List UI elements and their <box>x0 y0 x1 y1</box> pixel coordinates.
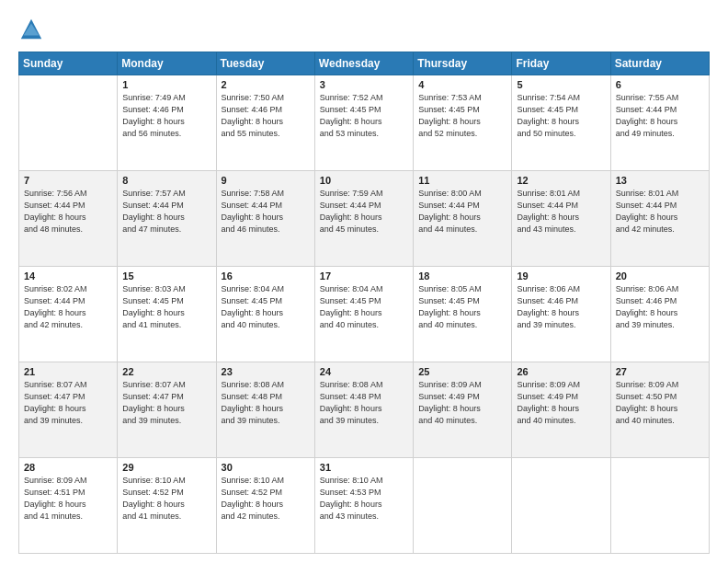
cell-line: Sunrise: 8:09 AM <box>24 475 112 487</box>
cell-line: Sunset: 4:45 PM <box>320 104 408 116</box>
cell-line: Sunrise: 7:53 AM <box>418 92 506 104</box>
cell-line: Sunset: 4:46 PM <box>616 295 704 307</box>
cell-line: Daylight: 8 hours <box>418 403 506 415</box>
cell-line: Sunrise: 7:56 AM <box>24 188 112 200</box>
cell-line: Sunrise: 8:05 AM <box>418 283 506 295</box>
cell-line: Daylight: 8 hours <box>122 499 210 511</box>
cell-line: Sunrise: 8:04 AM <box>222 283 310 295</box>
cell-line: and 42 minutes. <box>24 319 112 331</box>
day-cell: 16Sunrise: 8:04 AMSunset: 4:45 PMDayligh… <box>216 267 314 362</box>
cell-line: and 40 minutes. <box>222 319 310 331</box>
cell-line: Sunset: 4:52 PM <box>222 487 310 499</box>
day-cell: 6Sunrise: 7:55 AMSunset: 4:44 PMDaylight… <box>610 75 709 171</box>
cell-line: and 39 minutes. <box>122 415 210 427</box>
day-number: 14 <box>24 270 112 282</box>
cell-line: Sunrise: 8:07 AM <box>24 379 112 391</box>
cell-line: and 52 minutes. <box>418 128 506 140</box>
cell-line: Sunrise: 8:01 AM <box>517 188 605 200</box>
cell-line: and 42 minutes. <box>222 511 310 523</box>
day-number: 27 <box>616 366 704 377</box>
cell-line: Sunrise: 7:52 AM <box>320 92 408 104</box>
cell-line: Daylight: 8 hours <box>418 116 506 128</box>
cell-line: Sunset: 4:44 PM <box>122 200 210 212</box>
cell-line: Daylight: 8 hours <box>24 499 112 511</box>
cell-line: and 42 minutes. <box>616 224 704 236</box>
day-number: 21 <box>24 366 112 377</box>
cell-line: and 41 minutes. <box>122 511 210 523</box>
cell-line: Sunset: 4:44 PM <box>24 200 112 212</box>
day-cell: 30Sunrise: 8:10 AMSunset: 4:52 PMDayligh… <box>216 458 314 554</box>
day-cell: 9Sunrise: 7:58 AMSunset: 4:44 PMDaylight… <box>216 171 314 267</box>
weekday-header-thursday: Thursday <box>414 52 512 75</box>
day-cell <box>512 458 610 554</box>
cell-line: and 40 minutes. <box>616 415 704 427</box>
cell-line: Daylight: 8 hours <box>122 212 210 224</box>
day-cell: 11Sunrise: 8:00 AMSunset: 4:44 PMDayligh… <box>414 171 512 267</box>
cell-line: and 43 minutes. <box>320 511 408 523</box>
day-number: 1 <box>122 79 210 90</box>
cell-line: and 40 minutes. <box>418 415 506 427</box>
cell-line: Daylight: 8 hours <box>122 307 210 319</box>
cell-line: Daylight: 8 hours <box>222 116 310 128</box>
day-cell <box>414 458 512 554</box>
week-row-2: 14Sunrise: 8:02 AMSunset: 4:44 PMDayligh… <box>19 267 710 362</box>
day-cell: 3Sunrise: 7:52 AMSunset: 4:45 PMDaylight… <box>314 75 413 171</box>
cell-line: Daylight: 8 hours <box>616 116 704 128</box>
day-cell: 17Sunrise: 8:04 AMSunset: 4:45 PMDayligh… <box>314 267 413 362</box>
day-cell: 15Sunrise: 8:03 AMSunset: 4:45 PMDayligh… <box>118 267 216 362</box>
day-number: 31 <box>320 462 408 473</box>
cell-line: Sunset: 4:44 PM <box>320 200 408 212</box>
cell-line: Sunset: 4:49 PM <box>517 391 605 403</box>
day-number: 25 <box>418 366 506 377</box>
cell-line: Sunset: 4:51 PM <box>24 487 112 499</box>
day-cell: 7Sunrise: 7:56 AMSunset: 4:44 PMDaylight… <box>19 171 118 267</box>
day-number: 24 <box>320 366 408 377</box>
calendar-table: SundayMondayTuesdayWednesdayThursdayFrid… <box>18 52 710 554</box>
weekday-header-tuesday: Tuesday <box>216 52 314 75</box>
day-cell <box>610 458 709 554</box>
day-number: 19 <box>517 270 605 282</box>
day-cell: 29Sunrise: 8:10 AMSunset: 4:52 PMDayligh… <box>118 458 216 554</box>
cell-line: and 49 minutes. <box>616 128 704 140</box>
cell-line: Sunrise: 7:59 AM <box>320 188 408 200</box>
cell-line: Sunset: 4:44 PM <box>222 200 310 212</box>
header <box>18 17 710 42</box>
day-number: 13 <box>616 175 704 186</box>
day-cell: 4Sunrise: 7:53 AMSunset: 4:45 PMDaylight… <box>414 75 512 171</box>
day-number: 8 <box>122 175 210 186</box>
cell-line: Daylight: 8 hours <box>616 403 704 415</box>
cell-line: Sunset: 4:45 PM <box>418 104 506 116</box>
day-number: 29 <box>122 462 210 473</box>
cell-line: Sunset: 4:45 PM <box>418 295 506 307</box>
cell-line: and 39 minutes. <box>222 415 310 427</box>
cell-line: Daylight: 8 hours <box>24 212 112 224</box>
day-cell <box>19 75 118 171</box>
weekday-header-saturday: Saturday <box>610 52 709 75</box>
cell-line: Sunrise: 7:58 AM <box>222 188 310 200</box>
cell-line: Sunrise: 8:02 AM <box>24 283 112 295</box>
day-number: 28 <box>24 462 112 473</box>
cell-line: Sunset: 4:45 PM <box>122 295 210 307</box>
day-number: 10 <box>320 175 408 186</box>
cell-line: and 53 minutes. <box>320 128 408 140</box>
cell-line: Sunset: 4:49 PM <box>418 391 506 403</box>
cell-line: Sunrise: 8:00 AM <box>418 188 506 200</box>
cell-line: Sunrise: 8:04 AM <box>320 283 408 295</box>
cell-line: and 48 minutes. <box>24 224 112 236</box>
cell-line: Sunset: 4:46 PM <box>517 295 605 307</box>
day-cell: 22Sunrise: 8:07 AMSunset: 4:47 PMDayligh… <box>118 362 216 458</box>
day-number: 6 <box>616 79 704 90</box>
cell-line: and 39 minutes. <box>616 319 704 331</box>
day-number: 3 <box>320 79 408 90</box>
cell-line: Sunset: 4:45 PM <box>320 295 408 307</box>
cell-line: Sunset: 4:52 PM <box>122 487 210 499</box>
day-cell: 31Sunrise: 8:10 AMSunset: 4:53 PMDayligh… <box>314 458 413 554</box>
cell-line: Sunrise: 8:08 AM <box>320 379 408 391</box>
cell-line: Sunset: 4:48 PM <box>222 391 310 403</box>
day-number: 15 <box>122 270 210 282</box>
cell-line: and 40 minutes. <box>418 319 506 331</box>
cell-line: Daylight: 8 hours <box>122 116 210 128</box>
day-cell: 1Sunrise: 7:49 AMSunset: 4:46 PMDaylight… <box>118 75 216 171</box>
day-number: 7 <box>24 175 112 186</box>
cell-line: and 55 minutes. <box>222 128 310 140</box>
